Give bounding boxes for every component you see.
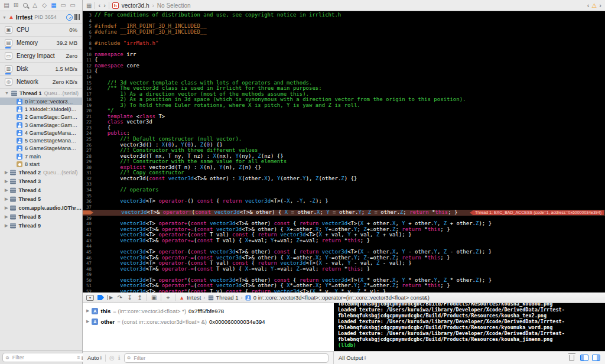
- line-number[interactable]: 33: [83, 181, 95, 187]
- breakpoints-toggle-button[interactable]: [97, 295, 104, 300]
- line-number[interactable]: 44: [83, 243, 95, 249]
- code-line-6[interactable]: 6#define __IRR_POINT_3D_H_INCLUDED__: [83, 30, 605, 35]
- console-output-popup[interactable]: All Output ▴▾: [339, 355, 366, 361]
- code-line-19[interactable]: 19 3) To hold three Euler rotations, whe…: [83, 103, 605, 109]
- line-number[interactable]: 13: [83, 69, 95, 74]
- test-navigator-icon[interactable]: ◇: [41, 2, 48, 9]
- gauge-row-cpu[interactable]: ▣CPU0%: [0, 24, 82, 37]
- variable-row[interactable]: ▶Aother= (const irr::core::vector3d<floa…: [83, 316, 334, 327]
- code-line-12[interactable]: 12namespace core: [83, 63, 605, 69]
- code-line-23[interactable]: 23 {: [83, 125, 605, 131]
- variables-filter-input[interactable]: [132, 355, 326, 362]
- jumpbar-selection[interactable]: No Selection: [157, 2, 191, 9]
- line-number[interactable]: 43: [83, 238, 95, 244]
- disclosure-triangle-icon[interactable]: ▼: [5, 91, 9, 95]
- breadcrumb-item[interactable]: Thread 1: [216, 294, 239, 301]
- memory-gauge-icon[interactable]: [74, 14, 80, 20]
- disclosure-triangle-icon[interactable]: ▶: [5, 223, 8, 228]
- disclosure-triangle-icon[interactable]: ▶: [5, 206, 8, 210]
- line-number[interactable]: 23: [83, 125, 95, 131]
- line-number[interactable]: 19: [83, 103, 95, 109]
- pause-debugger-icon[interactable]: [66, 14, 73, 21]
- line-number[interactable]: 31: [83, 170, 95, 176]
- thread-row[interactable]: ▼Thread 1Queu…(serial): [0, 89, 82, 98]
- view-hierarchy-button[interactable]: ▣: [151, 294, 157, 301]
- warning-icon[interactable]: ⚠: [591, 2, 597, 9]
- thread-row[interactable]: ▶Thread 4: [0, 186, 82, 195]
- variable-row[interactable]: ▶Athis= (irr::core::vector3d<float> *)0x…: [83, 306, 334, 316]
- source-editor[interactable]: 3// For conditions of distribution and u…: [83, 11, 605, 292]
- code-line-34[interactable]: 34 // operators: [83, 187, 605, 193]
- disclosure-triangle-icon[interactable]: ▶: [86, 319, 89, 324]
- breadcrumb-item[interactable]: 0 irr::core::vector3d<float>::operator=(…: [253, 294, 430, 301]
- line-number[interactable]: 41: [83, 227, 95, 233]
- show-console-view-toggle[interactable]: [592, 355, 600, 361]
- previous-issue-button[interactable]: ‹: [587, 2, 590, 9]
- simulate-location-button[interactable]: ⌖: [165, 294, 171, 301]
- code-line-21[interactable]: 21 template <class T>: [83, 114, 605, 120]
- line-number[interactable]: 26: [83, 142, 95, 148]
- line-number[interactable]: 49: [83, 272, 95, 278]
- back-button[interactable]: ‹: [98, 2, 100, 9]
- disclosure-triangle-icon[interactable]: ▶: [5, 197, 8, 202]
- code-line-22[interactable]: 22 class vector3d: [83, 119, 605, 125]
- disclosure-triangle-icon[interactable]: ▶: [5, 188, 8, 193]
- disclosure-triangle-icon[interactable]: ▶: [5, 214, 8, 219]
- line-number[interactable]: 22: [83, 119, 95, 125]
- thread-row[interactable]: ▶Thread 2Queu…(serial): [0, 168, 82, 177]
- line-number[interactable]: 20: [83, 108, 95, 114]
- disclosure-triangle-icon[interactable]: ▼: [2, 15, 6, 20]
- related-items-icon[interactable]: ▦: [86, 2, 92, 9]
- gauge-row-disk[interactable]: ▥Disk1.5 MB/s: [0, 63, 82, 76]
- line-number[interactable]: 14: [83, 74, 95, 80]
- line-number[interactable]: 36: [83, 199, 95, 204]
- line-number[interactable]: 18: [83, 97, 95, 103]
- line-number[interactable]: 10: [83, 52, 95, 58]
- line-number[interactable]: 28: [83, 154, 95, 160]
- line-number[interactable]: 37: [83, 204, 95, 210]
- process-row[interactable]: ▼ ▲ Irrtest PID 3654: [0, 11, 82, 24]
- variables-scope-popup[interactable]: Auto ▴▾: [87, 355, 102, 361]
- gauge-row-memory[interactable]: ▤Memory39.2 MB: [0, 37, 82, 50]
- code-line-9[interactable]: 9: [83, 46, 605, 52]
- line-number[interactable]: 50: [83, 278, 95, 284]
- crash-annotation-badge[interactable]: Thread 1: EXC_BAD_ACCESS (code=1, addres…: [470, 210, 604, 216]
- line-number[interactable]: 35: [83, 193, 95, 199]
- project-navigator-icon[interactable]: ▤: [3, 2, 10, 9]
- code-line-43[interactable]: 43 vector3d<T>& operator+=(const T val) …: [83, 238, 605, 244]
- gauge-row-energy-impact[interactable]: ▭Energy ImpactZero: [0, 50, 82, 63]
- line-number[interactable]: 32: [83, 176, 95, 182]
- line-number[interactable]: 51: [83, 283, 95, 289]
- line-number[interactable]: 40: [83, 221, 95, 227]
- line-number[interactable]: 47: [83, 261, 95, 266]
- stack-frame-row[interactable]: 4 GameStageMana…: [0, 129, 82, 136]
- stack-frame-row[interactable]: 3 GameStage::Gam…: [0, 121, 82, 129]
- line-number[interactable]: 8: [83, 41, 95, 47]
- thread-row[interactable]: ▶Thread 3: [0, 177, 82, 186]
- line-number[interactable]: 25: [83, 136, 95, 142]
- code-line-36[interactable]: 36 vector3d<T> operator-() const { retur…: [83, 199, 605, 204]
- report-navigator-icon[interactable]: ▭: [69, 2, 76, 9]
- line-number[interactable]: 11: [83, 57, 95, 63]
- line-number[interactable]: 52: [83, 289, 95, 292]
- hide-debug-area-button[interactable]: ▾: [86, 295, 94, 301]
- code-line-8[interactable]: 8#include "irrMath.h": [83, 41, 605, 47]
- breadcrumb-item[interactable]: Irrtest: [187, 294, 201, 301]
- line-number[interactable]: 7: [83, 35, 95, 41]
- line-number[interactable]: 30: [83, 165, 95, 171]
- disclosure-triangle-icon[interactable]: ▶: [86, 308, 89, 313]
- line-number[interactable]: 6: [83, 30, 95, 35]
- line-number[interactable]: 21: [83, 114, 95, 120]
- code-line-52[interactable]: 52 vector3d<T> operator*(const T v) cons…: [83, 289, 605, 292]
- line-number[interactable]: 9: [83, 46, 95, 52]
- line-number[interactable]: 24: [83, 131, 95, 136]
- stack-compress-icon[interactable]: ≡: [77, 355, 82, 360]
- thread-row[interactable]: ▶Thread 8: [0, 213, 82, 222]
- variables-filter-field[interactable]: ⊜: [124, 353, 328, 363]
- stack-frame-row[interactable]: 5 GameStageMana…: [0, 136, 82, 144]
- stack-frame-row[interactable]: 0 irr::core::vector3…: [0, 98, 82, 105]
- line-number[interactable]: 12: [83, 63, 95, 69]
- code-line-13[interactable]: 13{: [83, 69, 605, 74]
- step-into-button[interactable]: ↧: [126, 294, 133, 301]
- jumpbar-file[interactable]: vector3d.h: [122, 2, 149, 9]
